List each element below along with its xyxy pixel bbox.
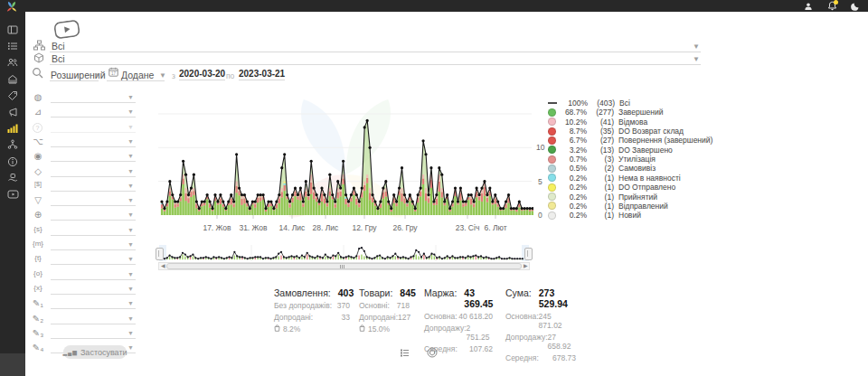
sidebar-item-store[interactable] xyxy=(0,72,25,87)
apply-button[interactable]: ▂▄▆ Застосувати xyxy=(63,345,127,359)
chevron-down-icon: ▼ xyxy=(127,256,134,262)
panel-filter-help[interactable]: ?▼ xyxy=(29,122,141,136)
stat-title-label: Сума: xyxy=(505,287,532,309)
panel-filter-pencil-2[interactable]: ✎₂▼ xyxy=(29,314,141,327)
orders-chart[interactable] xyxy=(158,89,533,234)
panel-filter-world[interactable]: ⊕▼ xyxy=(29,210,141,223)
legend-label: Повернення (завершений) xyxy=(618,136,712,145)
sidebar-item-orders[interactable] xyxy=(0,39,25,53)
panel-filter-var-m[interactable]: {m}▼ xyxy=(29,240,141,253)
product-filter-dropdown[interactable] xyxy=(50,52,701,65)
legend-item[interactable]: 0.7%(3)Утилізація xyxy=(548,155,720,164)
legend-label: Нема в наявності xyxy=(618,174,681,183)
stat-sub-label: Основна: xyxy=(424,312,458,321)
legend-item[interactable]: 0.5%(2)Самовивіз xyxy=(548,164,720,173)
legend-item[interactable]: 0.2%(1)Прийнятий xyxy=(548,193,720,202)
date-field-dropdown[interactable] xyxy=(107,68,165,81)
legend-label: DO Завершено xyxy=(618,146,673,155)
legend-item[interactable]: 6.7%(27)Повернення (завершений) xyxy=(548,136,720,145)
stat-sub-label: Без допродажів: xyxy=(274,301,332,310)
scroll-left-arrow[interactable]: ◀ xyxy=(161,263,165,269)
var-t-icon: {t} xyxy=(31,254,45,262)
scrollbar-thumb[interactable] xyxy=(166,263,522,269)
panel-filter-pencil-1[interactable]: ✎₁▼ xyxy=(29,298,141,312)
legend-dot-marker xyxy=(548,193,556,201)
sidebar-footer[interactable] xyxy=(0,353,25,376)
panel-filter-var-s[interactable]: {s}▼ xyxy=(29,225,141,239)
panel-filter-var-o[interactable]: {o}▼ xyxy=(29,269,141,283)
sidebar-item-dashboard[interactable] xyxy=(0,23,25,37)
legend-dot-marker xyxy=(548,202,556,210)
search-mode-dropdown[interactable] xyxy=(50,68,99,81)
panel-filter-globe[interactable]: ◍▼ xyxy=(29,92,141,106)
stat-sub-row: Допродажу:27 658.92 xyxy=(505,333,576,351)
panel-filter-package[interactable]: ◇▼ xyxy=(29,166,141,180)
legend-item[interactable]: 100%(403)Всі xyxy=(548,99,720,108)
package-view-icon[interactable] xyxy=(427,347,438,358)
pencil-2-icon: ✎₂ xyxy=(31,314,45,324)
legend-count: (1) xyxy=(587,183,614,192)
legend-label: DO Возврат склад xyxy=(618,127,684,136)
legend-count: (27) xyxy=(587,136,614,145)
legend-label: Новий xyxy=(618,211,641,220)
source-filter-dropdown[interactable] xyxy=(50,39,701,52)
upsell-share-badge: 15.0% xyxy=(359,324,410,334)
panel-filter-banknote[interactable]: [$]▼ xyxy=(29,181,141,194)
date-from-value[interactable]: 2020-03-20 xyxy=(179,69,225,80)
pencil-4-icon: ✎₄ xyxy=(31,343,45,352)
top-bar xyxy=(0,0,868,12)
sidebar-item-products[interactable] xyxy=(0,89,25,103)
scroll-right-arrow[interactable]: ▶ xyxy=(524,263,528,269)
legend-item[interactable]: 0.2%(1)Новий xyxy=(548,211,720,220)
legend-item[interactable]: 68.7%(277)Завершений xyxy=(548,108,720,117)
legend-count: (1) xyxy=(587,193,614,202)
sidebar-item-support[interactable] xyxy=(0,171,25,185)
legend-item[interactable]: 0.2%(1)DO Отправлено xyxy=(548,183,720,192)
panel-filter-var-x[interactable]: {x}▼ xyxy=(29,284,141,297)
legend-item[interactable]: 3.2%(13)DO Завершено xyxy=(548,146,720,155)
legend-label: Завершений xyxy=(618,108,663,117)
panel-filter-ramp[interactable]: ⊿▼ xyxy=(29,107,141,120)
hierarchy-icon: ⌥ xyxy=(31,136,45,146)
legend-count: (1) xyxy=(587,202,614,211)
search-icon[interactable] xyxy=(32,67,43,80)
upsell-share-value: 8.2% xyxy=(283,324,300,334)
legend-item[interactable]: 0.2%(1)Нема в наявності xyxy=(548,174,720,183)
stat-title-value: 845 xyxy=(400,287,416,298)
panel-filter-pencil-3[interactable]: ✎₃▼ xyxy=(29,328,141,342)
date-to-value[interactable]: 2023-03-21 xyxy=(239,69,285,80)
bag-icon xyxy=(274,324,280,334)
stat-sub-label: Основна: xyxy=(505,312,539,330)
sidebar-item-analytics[interactable] xyxy=(0,121,25,136)
legend-count: (3) xyxy=(587,155,614,164)
chevron-down-icon: ▼ xyxy=(127,315,134,322)
panel-filter-funnel[interactable]: ▽▼ xyxy=(29,195,141,209)
avatar-icon[interactable] xyxy=(803,1,814,11)
legend-label: Самовивіз xyxy=(618,164,656,173)
ramp-icon: ⊿ xyxy=(31,107,45,117)
sidebar-item-videos[interactable] xyxy=(0,187,25,202)
legend-item[interactable]: 10.2%(41)Відмова xyxy=(548,118,720,127)
legend-item[interactable]: 8.7%(35)DO Возврат склад xyxy=(548,127,720,136)
chevron-down-icon: ▼ xyxy=(127,138,134,145)
stat-column: Маржа:43 369.45Основна:40 618.20Допродаж… xyxy=(424,287,493,353)
panel-filter-hierarchy[interactable]: ⌥▼ xyxy=(29,136,141,150)
video-hint-icon[interactable] xyxy=(53,19,80,40)
dark-mode-moon-icon[interactable] xyxy=(850,1,861,11)
panel-filter-fingerprint[interactable]: ◉▼ xyxy=(29,151,141,164)
sidebar-item-info[interactable] xyxy=(0,155,25,169)
list-view-icon[interactable] xyxy=(399,347,410,358)
sidebar-item-marketing[interactable] xyxy=(0,105,25,119)
app-logo[interactable] xyxy=(4,0,24,12)
navigator-left-handle[interactable] xyxy=(156,248,164,260)
panel-filter-var-t[interactable]: {t}▼ xyxy=(29,254,141,268)
notifications-bell-icon[interactable] xyxy=(826,1,837,11)
stat-sub-row: Середня:678.73 xyxy=(505,353,576,362)
legend-item[interactable]: 0.2%(1)Відправлений xyxy=(548,202,720,211)
chevron-down-icon: ▼ xyxy=(159,71,166,80)
navigator-right-handle[interactable] xyxy=(524,248,533,260)
stat-title-value: 273 529.94 xyxy=(539,287,576,309)
sidebar-item-integrations[interactable] xyxy=(0,137,25,152)
fingerprint-icon: ◉ xyxy=(31,151,45,161)
sidebar-item-customers[interactable] xyxy=(0,55,25,70)
